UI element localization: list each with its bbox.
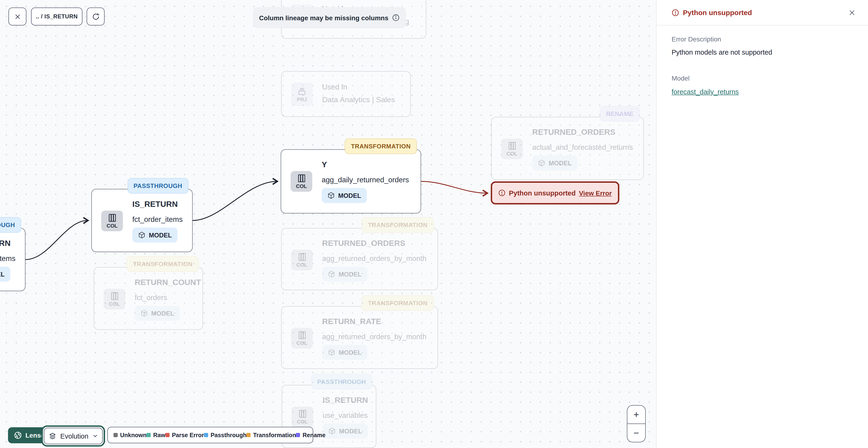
node-lens-badge: PASSTHROUGH [0,217,21,233]
model-chip: MODEL [132,228,178,243]
model-chip: MODEL [532,155,578,171]
close-lineage-button[interactable] [8,7,26,25]
close-icon [14,13,21,20]
lineage-node-is-return-fct-order-items-offscreen[interactable]: PASSTHROUGHCOLIS_RETURNfct_order_itemsMO… [0,228,25,291]
node-title: RETURN_RATE [322,317,381,326]
panel-body: Error Description Python models are not … [656,25,868,106]
lineage-node-returned-orders-agg-returned-orders-by-month[interactable]: TRANSFORMATIONCOLRETURNED_ORDERSagg_retu… [281,228,438,290]
model-chip-label: MODEL [338,192,361,199]
column-glyph-icon [298,252,306,262]
column-icon: COL [290,171,312,192]
model-cube-icon [327,192,335,199]
model-chip-label: MODEL [549,159,572,167]
column-glyph-icon [507,141,517,150]
lineage-node-returned-orders-actual-and-forecasted-returns[interactable]: RENAMECOLRETURNED_ORDERSactual_and_forec… [491,117,644,180]
model-chip-label: MODEL [0,271,5,278]
legend-label: Passthrough [211,432,247,438]
lineage-edge [25,220,88,260]
column-glyph-icon [107,213,117,222]
breadcrumb-label: .. / IS_RETURN [36,13,78,20]
model-chip: MODEL [135,306,180,321]
lens-select-focus-ring: Evolution [41,425,105,447]
icon-label: COL [297,262,307,268]
node-title: Used In [322,83,347,91]
lineage-edge [421,181,487,193]
panel-close-button[interactable] [848,9,856,16]
lineage-app: PASSTHROUGHCOLIS_RETURNfct_order_itemsMO… [0,0,868,448]
node-title: RETURN_COUNT [135,278,201,287]
error-detail-panel: Python unsupported Error Description Pyt… [656,0,868,448]
node-title: RETURNED_ORDERS [322,239,405,248]
legend-item-rename: Rename [296,432,326,438]
node-subtitle: fct_order_items [0,255,16,263]
lineage-node-return-rate-agg-returned-orders-by-month[interactable]: TRANSFORMATIONCOLRETURN_RATEagg_returned… [281,306,438,369]
lineage-canvas[interactable]: PASSTHROUGHCOLIS_RETURNfct_order_itemsMO… [0,0,656,448]
legend-item-unknown: Unknown [114,432,147,438]
icon-label: COL [506,151,517,156]
model-link[interactable]: forecast_daily_returns [672,88,739,96]
chevron-down-icon [92,433,98,439]
node-lens-badge: RENAME [600,106,640,122]
view-error-link[interactable]: View Error [579,189,612,197]
alert-circle-icon [498,189,505,197]
lineage-node-return-count-fct-orders[interactable]: TRANSFORMATIONCOLRETURN_COUNTfct_ordersM… [94,267,203,330]
column-icon: COL [103,289,125,309]
model-chip: MODEL [322,345,367,360]
column-icon: COL [291,328,313,349]
column-glyph-icon [298,331,306,340]
node-title: Y [322,160,327,170]
node-subtitle: agg_returned_orders_by_month [322,255,427,263]
legend-swatch [296,433,300,437]
lineage-node-y-agg-daily-returned-orders[interactable]: TRANSFORMATIONCOLYagg_daily_returned_ord… [281,149,421,213]
evolution-lens-dropdown[interactable]: Evolution [44,428,103,444]
legend-label: Raw [153,432,165,438]
node-lens-badge: TRANSFORMATION [345,139,417,154]
zoom-out-button[interactable]: − [627,424,645,442]
lineage-legend: UnknownRawParse ErrorPassthroughTransfor… [107,427,313,443]
model-cube-icon [328,427,336,435]
model-cube-icon [138,231,146,239]
node-lens-badge: PASSTHROUGH [311,374,372,390]
model-cube-icon [328,349,335,356]
project-icon: PRJ [291,83,313,106]
legend-swatch [114,433,118,437]
zoom-in-button[interactable]: + [627,406,645,424]
lineage-node-is-return-fct-order-items[interactable]: PASSTHROUGHCOLIS_RETURNfct_order_itemsMO… [91,189,193,252]
model-chip-label: MODEL [151,310,174,317]
refresh-button[interactable] [87,7,104,25]
icon-label: COL [297,340,307,346]
layers-icon [49,432,57,440]
legend-item-passthrough: Passthrough [204,432,247,438]
lenses-aperture-icon [14,431,22,440]
model-chip-label: MODEL [149,232,172,239]
close-icon [848,9,856,16]
panel-title: Python unsupported [683,8,752,17]
legend-swatch [165,433,169,437]
icon-label: COL [107,223,118,229]
error-callout-node[interactable]: Python unsupported View Error [491,181,619,205]
legend-label: Unknown [120,432,147,438]
model-cube-icon [538,159,546,167]
node-subtitle: agg_daily_returned_orders [322,176,409,184]
lineage-edge [193,181,277,220]
node-subtitle: fct_order_items [132,215,183,224]
legend-label: Rename [303,432,326,438]
lineage-node-used-in-data-analytics-sales[interactable]: PRJUsed InData Analytics | Sales [281,71,411,117]
icon-label: COL [296,183,307,189]
node-title: RETURNED_ORDERS [532,128,615,137]
breadcrumb[interactable]: .. / IS_RETURN [31,7,83,25]
panel-header: Python unsupported [656,0,868,25]
evolution-label: Evolution [60,432,88,440]
node-lens-badge: PASSTHROUGH [127,178,188,193]
node-lens-badge: TRANSFORMATION [127,256,199,272]
legend-label: Transformation [253,432,296,438]
column-glyph-icon [298,409,307,418]
model-chip: MODEL [322,267,367,282]
node-title: IS_RETURN [0,239,10,248]
legend-item-transformation: Transformation [247,432,296,438]
column-icon: COL [291,250,313,270]
icon-label: PRJ [297,96,307,102]
project-glyph-icon [297,86,307,96]
model-chip-label: MODEL [339,271,362,278]
info-icon[interactable] [392,14,400,22]
